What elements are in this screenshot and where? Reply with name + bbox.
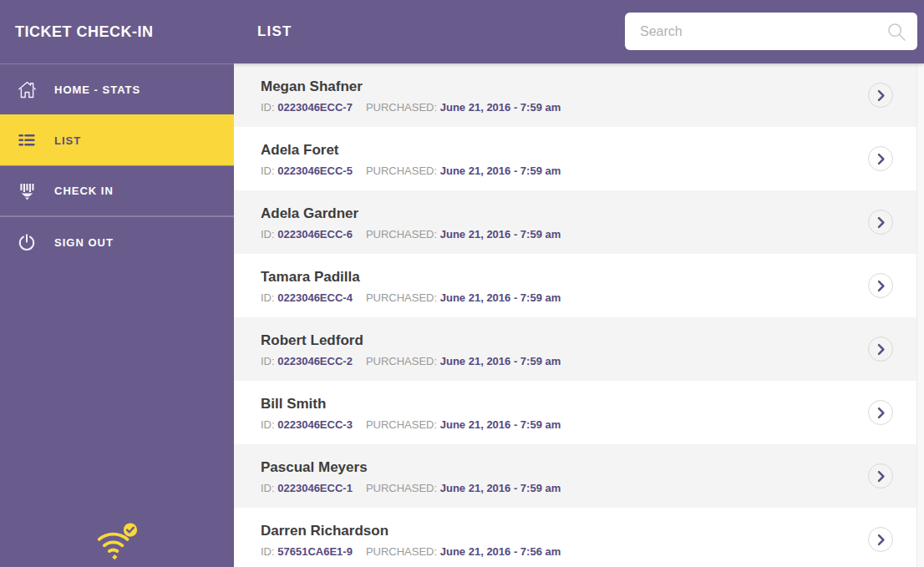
app-window: TICKET CHECK-IN HOME - STATS LIST — [0, 0, 924, 567]
sidebar-item-sign-out[interactable]: SIGN OUT — [0, 216, 234, 267]
purchase-group: PURCHASED: June 21, 2016 - 7:56 am — [366, 545, 561, 558]
ticket-row[interactable]: Tamara Padilla ID: 0223046ECC-4PURCHASED… — [234, 254, 916, 317]
main-panel: LIST Megan Shafner ID: 0223046ECC-7PURCH… — [234, 0, 924, 567]
purchased-label: PURCHASED: — [366, 291, 437, 304]
search-box — [625, 13, 917, 50]
attendee-name: Pascual Meyers — [261, 459, 868, 476]
chevron-right-icon — [874, 279, 888, 293]
purchase-date-value: June 21, 2016 - 7:59 am — [440, 418, 561, 431]
ticket-row-text: Adela Gardner ID: 0223046ECC-6PURCHASED:… — [261, 204, 868, 240]
ticket-row[interactable]: Robert Ledford ID: 0223046ECC-2PURCHASED… — [234, 317, 916, 381]
app-title: TICKET CHECK-IN — [0, 0, 234, 63]
ticket-id-value: 0223046ECC-1 — [277, 482, 353, 494]
row-detail-button[interactable] — [868, 527, 893, 552]
search-input[interactable] — [625, 13, 917, 50]
ticket-id-label: ID: — [261, 355, 275, 367]
chevron-right-icon — [874, 469, 888, 483]
ticket-id-label: ID: — [261, 482, 275, 494]
attendee-name: Robert Ledford — [261, 332, 868, 349]
row-detail-button[interactable] — [868, 146, 893, 171]
ticket-meta: ID: 0223046ECC-7PURCHASED: June 21, 2016… — [261, 101, 868, 114]
purchased-label: PURCHASED: — [366, 482, 437, 494]
purchase-group: PURCHASED: June 21, 2016 - 7:59 am — [366, 355, 561, 367]
sidebar-item-home-stats[interactable]: HOME - STATS — [0, 63, 234, 114]
main-header: LIST — [234, 0, 924, 63]
purchased-label: PURCHASED: — [366, 545, 437, 558]
purchase-date-value: June 21, 2016 - 7:59 am — [440, 291, 561, 304]
attendee-name: Adela Gardner — [261, 205, 868, 222]
ticket-id-label: ID: — [261, 165, 275, 177]
chevron-right-icon — [874, 215, 888, 230]
ticket-id-group: ID: 57651CA6E1-9 — [261, 545, 353, 558]
ticket-row[interactable]: Darren Richardson ID: 57651CA6E1-9PURCHA… — [234, 508, 916, 567]
ticket-meta: ID: 57651CA6E1-9PURCHASED: June 21, 2016… — [261, 545, 868, 558]
ticket-id-group: ID: 0223046ECC-5 — [261, 165, 353, 177]
ticket-meta: ID: 0223046ECC-2PURCHASED: June 21, 2016… — [261, 355, 868, 367]
attendee-name: Darren Richardson — [261, 523, 868, 539]
ticket-meta: ID: 0223046ECC-6PURCHASED: June 21, 2016… — [261, 228, 868, 240]
row-detail-button[interactable] — [868, 83, 893, 108]
row-detail-button[interactable] — [868, 273, 893, 298]
purchase-date-value: June 21, 2016 - 7:59 am — [440, 482, 561, 494]
chevron-right-icon — [874, 533, 888, 547]
ticket-row[interactable]: Megan Shafner ID: 0223046ECC-7PURCHASED:… — [234, 63, 916, 127]
ticket-row[interactable]: Adela Foret ID: 0223046ECC-5PURCHASED: J… — [234, 127, 916, 190]
ticket-meta: ID: 0223046ECC-5PURCHASED: June 21, 2016… — [261, 165, 868, 177]
ticket-row-text: Tamara Padilla ID: 0223046ECC-4PURCHASED… — [261, 267, 868, 304]
ticket-meta: ID: 0223046ECC-4PURCHASED: June 21, 2016… — [261, 291, 868, 304]
power-icon — [16, 231, 38, 253]
row-detail-button[interactable] — [868, 400, 893, 425]
ticket-row[interactable]: Pascual Meyers ID: 0223046ECC-1PURCHASED… — [234, 444, 916, 508]
ticket-id-label: ID: — [261, 291, 275, 304]
chevron-right-icon — [874, 342, 888, 357]
purchase-group: PURCHASED: June 21, 2016 - 7:59 am — [366, 101, 561, 114]
purchase-group: PURCHASED: June 21, 2016 - 7:59 am — [366, 291, 561, 304]
ticket-id-value: 57651CA6E1-9 — [277, 545, 353, 558]
sidebar: TICKET CHECK-IN HOME - STATS LIST — [0, 0, 234, 567]
purchase-date-value: June 21, 2016 - 7:59 am — [440, 355, 561, 367]
ticket-id-value: 0223046ECC-2 — [277, 355, 353, 367]
sidebar-item-label: CHECK IN — [54, 185, 114, 197]
purchase-group: PURCHASED: June 21, 2016 - 7:59 am — [366, 482, 561, 494]
ticket-id-label: ID: — [261, 545, 275, 558]
row-detail-button[interactable] — [868, 210, 893, 235]
purchase-date-value: June 21, 2016 - 7:59 am — [440, 165, 561, 177]
ticket-id-group: ID: 0223046ECC-6 — [261, 228, 353, 240]
purchased-label: PURCHASED: — [366, 101, 437, 114]
ticket-row[interactable]: Adela Gardner ID: 0223046ECC-6PURCHASED:… — [234, 190, 916, 254]
ticket-id-label: ID: — [261, 101, 275, 114]
ticket-row-text: Bill Smith ID: 0223046ECC-3PURCHASED: Ju… — [261, 394, 868, 431]
ticket-meta: ID: 0223046ECC-1PURCHASED: June 21, 2016… — [261, 482, 868, 494]
ticket-id-value: 0223046ECC-7 — [277, 101, 353, 114]
page-title: LIST — [234, 23, 292, 40]
ticket-scanner-icon — [16, 180, 38, 202]
row-detail-button[interactable] — [868, 337, 893, 362]
purchased-label: PURCHASED: — [366, 165, 437, 177]
attendee-name: Megan Shafner — [261, 78, 868, 95]
sidebar-item-label: SIGN OUT — [54, 236, 114, 249]
ticket-row[interactable]: Bill Smith ID: 0223046ECC-3PURCHASED: Ju… — [234, 381, 916, 444]
ticket-id-value: 0223046ECC-6 — [277, 228, 353, 240]
ticket-row-text: Robert Ledford ID: 0223046ECC-2PURCHASED… — [261, 331, 868, 367]
ticket-id-value: 0223046ECC-3 — [277, 418, 353, 431]
sidebar-item-check-in[interactable]: CHECK IN — [0, 165, 234, 216]
chevron-right-icon — [874, 406, 888, 420]
purchase-group: PURCHASED: June 21, 2016 - 7:59 am — [366, 228, 561, 240]
ticket-id-group: ID: 0223046ECC-2 — [261, 355, 353, 367]
purchase-group: PURCHASED: June 21, 2016 - 7:59 am — [366, 165, 561, 177]
ticket-id-value: 0223046ECC-5 — [277, 165, 353, 177]
purchase-date-value: June 21, 2016 - 7:56 am — [440, 545, 561, 558]
purchased-label: PURCHASED: — [366, 355, 437, 367]
sidebar-item-list[interactable]: LIST — [0, 114, 234, 165]
row-detail-button[interactable] — [868, 463, 893, 489]
wifi-connected-icon — [90, 519, 142, 562]
ticket-id-label: ID: — [261, 418, 275, 431]
ticket-id-group: ID: 0223046ECC-4 — [261, 291, 353, 304]
attendee-name: Bill Smith — [261, 396, 868, 413]
sidebar-item-label: HOME - STATS — [54, 84, 140, 96]
ticket-id-group: ID: 0223046ECC-3 — [261, 418, 353, 431]
ticket-list: Megan Shafner ID: 0223046ECC-7PURCHASED:… — [234, 63, 916, 567]
ticket-row-text: Megan Shafner ID: 0223046ECC-7PURCHASED:… — [261, 77, 868, 114]
home-icon — [16, 78, 38, 100]
scrollbar-track[interactable] — [916, 63, 924, 567]
